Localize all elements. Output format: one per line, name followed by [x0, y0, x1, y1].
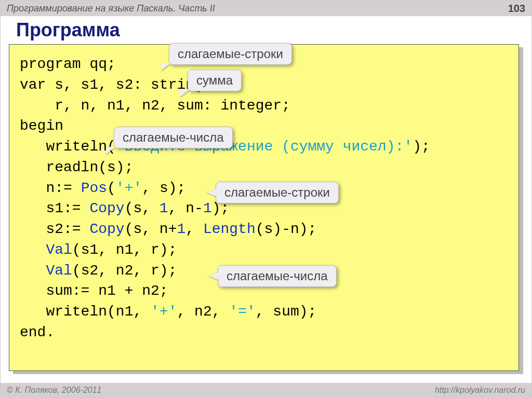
header-title: Программирование на языке Паскаль. Часть… — [7, 3, 215, 14]
code-line: begin — [20, 118, 63, 134]
code-line: var s, s1, s2: string; — [20, 77, 212, 93]
code-line: sum:= n1 + n2; — [20, 283, 168, 299]
code-line: end. — [20, 324, 55, 340]
slide-title: Программа — [16, 19, 120, 41]
slide-footer: © К. Поляков, 2006-2011 http://kpolyakov… — [1, 383, 531, 397]
code-line: Val(s2, n2, r); — [20, 263, 177, 279]
code-line: writeln(n1, '+', n2, '=', sum); — [20, 304, 316, 320]
code-line: s2:= Copy(s, n+1, Length(s)-n); — [20, 221, 316, 237]
code-line: program qq; — [20, 56, 116, 72]
code-line: s1:= Copy(s, 1, n-1); — [20, 200, 229, 216]
code-box: program qq; var s, s1, s2: string; r, n,… — [9, 44, 519, 371]
slide-header: Программирование на языке Паскаль. Часть… — [1, 1, 531, 16]
code-line: r, n, n1, n2, sum: integer; — [20, 98, 290, 114]
code-line: Val(s1, n1, r); — [20, 242, 177, 258]
code-line: readln(s); — [20, 159, 133, 175]
code-line: writeln('Введите выражение (сумму чисел)… — [20, 139, 430, 155]
code-line: n:= Pos('+', s); — [20, 180, 185, 196]
footer-url: http://kpolyakov.narod.ru — [435, 386, 525, 395]
page-number: 103 — [508, 3, 525, 15]
footer-copyright: © К. Поляков, 2006-2011 — [7, 386, 101, 395]
